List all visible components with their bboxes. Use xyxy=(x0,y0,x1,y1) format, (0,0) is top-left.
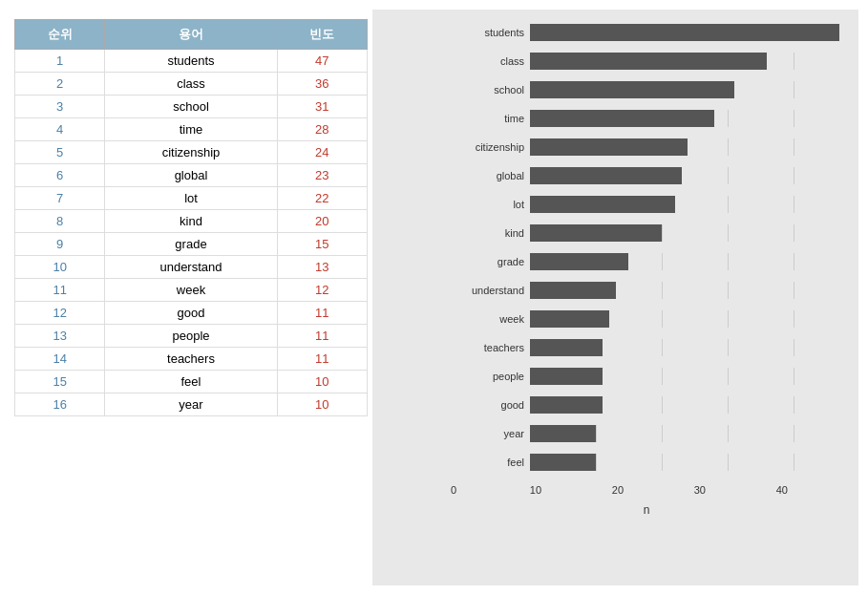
bar-row: week xyxy=(454,310,839,328)
term-cell: week xyxy=(105,279,277,302)
bar-label: people xyxy=(454,371,530,382)
bar-row: teachers xyxy=(454,339,839,356)
rank-cell: 8 xyxy=(15,210,105,233)
term-cell: understand xyxy=(105,256,277,279)
x-tick: 20 xyxy=(612,484,624,496)
bar-label: teachers xyxy=(454,342,530,353)
bar-label: lot xyxy=(454,199,530,210)
rank-cell: 14 xyxy=(15,348,105,371)
bar-label: good xyxy=(454,399,530,411)
rank-cell: 4 xyxy=(15,118,105,141)
freq-cell: 20 xyxy=(277,210,367,233)
rank-cell: 16 xyxy=(15,393,105,416)
bar-row: understand xyxy=(454,282,839,299)
rank-cell: 10 xyxy=(15,256,105,279)
bar-fill xyxy=(530,368,603,385)
table-row: 12 good 11 xyxy=(15,302,368,325)
table-row: 16 year 10 xyxy=(15,393,368,416)
table-row: 4 time 28 xyxy=(15,118,368,141)
bar-label: understand xyxy=(454,285,530,296)
term-cell: citizenship xyxy=(105,141,277,164)
bar-row: class xyxy=(454,53,839,70)
table-row: 6 global 23 xyxy=(15,164,368,187)
table-row: 5 citizenship 24 xyxy=(15,141,368,164)
freq-cell: 47 xyxy=(277,50,367,73)
bar-fill xyxy=(530,196,675,213)
bar-row: school xyxy=(454,81,839,98)
rank-cell: 6 xyxy=(15,164,105,187)
freq-cell: 11 xyxy=(277,325,367,348)
term-cell: year xyxy=(105,393,277,416)
x-axis-label: n xyxy=(454,503,839,517)
table-row: 3 school 31 xyxy=(15,96,368,118)
bar-fill xyxy=(530,110,714,127)
term-cell: people xyxy=(105,325,277,348)
bar-label: class xyxy=(454,55,530,67)
table-row: 8 kind 20 xyxy=(15,210,368,233)
x-tick: 30 xyxy=(694,484,706,496)
table-row: 1 students 47 xyxy=(15,50,368,73)
table-row: 15 feel 10 xyxy=(15,371,368,393)
x-tick: 40 xyxy=(776,484,788,496)
table-row: 2 class 36 xyxy=(15,73,368,96)
bar-fill xyxy=(530,282,616,299)
x-tick: 0 xyxy=(451,484,456,496)
freq-cell: 24 xyxy=(277,141,367,164)
freq-cell: 10 xyxy=(277,393,367,416)
bar-row: people xyxy=(454,368,839,385)
rank-cell: 5 xyxy=(15,141,105,164)
freq-cell: 13 xyxy=(277,256,367,279)
bar-label: school xyxy=(454,84,530,96)
bar-label: feel xyxy=(454,457,530,468)
rank-cell: 3 xyxy=(15,96,105,118)
table-row: 13 people 11 xyxy=(15,325,368,348)
term-cell: time xyxy=(105,118,277,141)
term-cell: school xyxy=(105,96,277,118)
bar-chart: studentsclassschooltimecitizenshipglobal… xyxy=(372,10,858,585)
bar-fill xyxy=(530,310,609,328)
bar-row: kind xyxy=(454,224,839,242)
bar-fill xyxy=(530,53,767,70)
table-row: 14 teachers 11 xyxy=(15,348,368,371)
freq-cell: 12 xyxy=(277,279,367,302)
rank-cell: 9 xyxy=(15,233,105,256)
bar-fill xyxy=(530,253,628,270)
bar-fill xyxy=(530,138,688,156)
freq-cell: 10 xyxy=(277,371,367,393)
freq-cell: 28 xyxy=(277,118,367,141)
rank-header: 순위 xyxy=(15,20,105,50)
bar-label: students xyxy=(454,27,530,38)
rank-cell: 1 xyxy=(15,50,105,73)
bar-label: kind xyxy=(454,227,530,239)
bar-label: week xyxy=(454,313,530,325)
term-cell: teachers xyxy=(105,348,277,371)
bar-fill xyxy=(530,81,734,98)
rank-cell: 13 xyxy=(15,325,105,348)
bar-row: good xyxy=(454,396,839,414)
freq-cell: 15 xyxy=(277,233,367,256)
freq-cell: 31 xyxy=(277,96,367,118)
bar-label: citizenship xyxy=(454,141,530,153)
freq-cell: 11 xyxy=(277,302,367,325)
rank-cell: 15 xyxy=(15,371,105,393)
x-tick: 10 xyxy=(530,484,541,496)
freq-header: 빈도 xyxy=(277,20,367,50)
term-cell: students xyxy=(105,50,277,73)
freq-cell: 11 xyxy=(277,348,367,371)
table-row: 7 lot 22 xyxy=(15,187,368,210)
bar-fill xyxy=(530,454,596,471)
rank-cell: 11 xyxy=(15,279,105,302)
bar-label: time xyxy=(454,113,530,124)
bar-row: citizenship xyxy=(454,138,839,156)
bar-label: year xyxy=(454,428,530,439)
bar-row: year xyxy=(454,425,839,442)
term-header: 용어 xyxy=(105,20,277,50)
bar-row: lot xyxy=(454,196,839,213)
table-row: 10 understand 13 xyxy=(15,256,368,279)
table-row: 9 grade 15 xyxy=(15,233,368,256)
bar-label: global xyxy=(454,170,530,181)
table-row: 11 week 12 xyxy=(15,279,368,302)
chart-container: studentsclassschooltimecitizenshipglobal… xyxy=(377,19,854,576)
term-cell: grade xyxy=(105,233,277,256)
bar-row: feel xyxy=(454,454,839,471)
